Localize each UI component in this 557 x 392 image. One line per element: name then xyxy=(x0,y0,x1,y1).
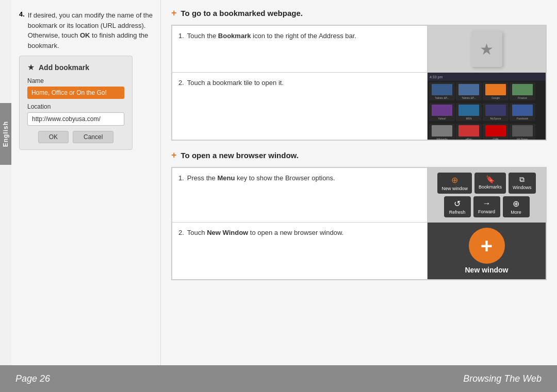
footer-bar: Page 26 Browsing The Web xyxy=(0,365,557,392)
bm-tablets2[interactable]: Tablets &P... xyxy=(456,82,482,100)
footer-page: Page 26 xyxy=(15,373,50,384)
forward-btn[interactable]: → Forward xyxy=(473,196,500,217)
section2-steps: 1. Press the Menu key to show the Browse… xyxy=(171,167,547,280)
step4-num: 2. xyxy=(178,228,184,274)
sidebar-label: English xyxy=(2,121,9,147)
step4-text: If desired, you can modify the name of t… xyxy=(28,10,153,50)
bookmark-star-large-icon: ★ xyxy=(480,40,494,58)
dialog-title: Add bookmark xyxy=(39,63,89,72)
bm-tablets1[interactable]: Tablets &P... xyxy=(429,82,455,100)
bm-myspace[interactable]: MySpace xyxy=(483,103,509,121)
more-icon: ⊕ xyxy=(513,199,519,209)
left-panel: 4. If desired, you can modify the name o… xyxy=(11,0,161,365)
bookmarks-label: Bookmarks xyxy=(479,184,502,190)
step4-container: 4. If desired, you can modify the name o… xyxy=(19,10,153,50)
step1-image: ★ xyxy=(427,26,546,72)
forward-icon: → xyxy=(483,199,491,208)
bm-row1: Tablets &P... Tablets &P... Google Finan… xyxy=(429,82,544,100)
refresh-label: Refresh xyxy=(449,210,466,215)
new-window-label: New window xyxy=(441,186,468,191)
step4-row: 2. Touch New Win­dow to open a new brows… xyxy=(172,223,546,280)
options-row1: ⊕ New window 🔖 Bookmarks ⧉ Windows xyxy=(437,173,535,194)
name-label: Name xyxy=(27,77,124,84)
step3-text: Press the Menu key to show the Browser o… xyxy=(187,173,335,217)
name-input[interactable]: Home, Office or On the Go! xyxy=(27,87,124,99)
bm-facebook[interactable]: Facebook xyxy=(510,103,535,121)
location-label: Location xyxy=(27,103,124,110)
new-window-text: New window xyxy=(465,266,509,274)
bm-google[interactable]: Google xyxy=(483,82,509,100)
step1-text: Touch the Book­mark icon to the right of… xyxy=(187,31,356,67)
refresh-icon: ↺ xyxy=(454,199,461,209)
step2-num: 2. xyxy=(178,78,184,134)
bm-nytimes[interactable]: NY Times xyxy=(510,124,535,140)
step2-image: 4:33 pm Tablets &P... Tablets &P... Goog… xyxy=(427,73,546,140)
section2-title: To open a new browser window. xyxy=(181,151,299,160)
step4-image: + New window xyxy=(427,223,546,279)
step4-cell: 2. Touch New Win­dow to open a new brows… xyxy=(172,223,427,279)
windows-icon: ⧉ xyxy=(519,175,525,184)
step2-cell: 2. Touch a bookmark tile to open it. xyxy=(172,73,427,140)
section1-steps: 1. Touch the Book­mark icon to the right… xyxy=(171,25,547,141)
step4-text: Touch New Win­dow to open a new browser … xyxy=(187,228,343,274)
bookmark-icon-inner: ★ xyxy=(471,31,502,67)
step1-cell: 1. Touch the Book­mark icon to the right… xyxy=(172,26,427,72)
step3-row: 1. Press the Menu key to show the Browse… xyxy=(172,167,546,223)
sidebar-tab: English xyxy=(0,103,11,165)
bm-wiki[interactable]: Wikipedia xyxy=(429,124,455,140)
more-label: More xyxy=(511,210,521,215)
more-btn[interactable]: ⊕ More xyxy=(503,196,530,217)
bm-msn[interactable]: MSN xyxy=(456,103,482,121)
browser-topbar: 4:33 pm xyxy=(428,73,546,81)
add-bookmark-dialog: ★ Add bookmark Name Home, Office or On t… xyxy=(19,56,133,150)
bm-cnn[interactable]: CNN xyxy=(483,124,509,140)
main-content: 4. If desired, you can modify the name o… xyxy=(11,0,557,365)
step1-row: 1. Touch the Book­mark icon to the right… xyxy=(172,25,546,73)
bookmarks-screenshot: 4:33 pm Tablets &P... Tablets &P... Goog… xyxy=(428,73,546,140)
step2-text: Touch a bookmark tile to open it. xyxy=(187,78,284,134)
step2-row: 2. Touch a bookmark tile to open it. 4:3… xyxy=(172,73,546,140)
bookmarks-icon: 🔖 xyxy=(486,175,495,183)
windows-btn[interactable]: ⧉ Windows xyxy=(509,173,536,194)
section1-plus: + xyxy=(171,8,177,19)
browser-options-mockup: ⊕ New window 🔖 Bookmarks ⧉ Windows xyxy=(428,168,546,222)
new-window-icon: ⊕ xyxy=(451,175,458,185)
dialog-title-row: ★ Add bookmark xyxy=(27,62,124,72)
footer-title: Browsing The Web xyxy=(463,373,542,384)
new-window-plus-icon: + xyxy=(469,228,505,264)
step4-number: 4. xyxy=(19,10,25,18)
dialog-buttons: OK Cancel xyxy=(27,131,124,143)
right-panel: + To go to a bookmarked webpage. 1. Touc… xyxy=(161,0,557,365)
bm-yahoo[interactable]: Yahoo! xyxy=(429,103,455,121)
forward-label: Forward xyxy=(478,209,495,214)
step1-num: 1. xyxy=(178,31,184,67)
step3-image: ⊕ New window 🔖 Bookmarks ⧉ Windows xyxy=(427,168,546,222)
section2-header: + To open a new browser window. xyxy=(171,150,547,161)
bookmark-icon-img: ★ xyxy=(428,26,546,72)
new-window-btn[interactable]: ⊕ New window xyxy=(437,173,472,194)
browser-time: 4:33 pm xyxy=(430,75,443,79)
refresh-btn[interactable]: ↺ Refresh xyxy=(444,196,471,217)
section1-header: + To go to a bookmarked webpage. xyxy=(171,8,547,19)
new-window-mockup: + New window xyxy=(428,223,546,279)
step3-cell: 1. Press the Menu key to show the Browse… xyxy=(172,168,427,222)
step3-num: 1. xyxy=(178,173,184,217)
bookmark-star-icon: ★ xyxy=(27,62,35,72)
bm-row3: Wikipedia eBay CNN NY Times xyxy=(429,124,544,140)
windows-label: Windows xyxy=(513,185,532,190)
section1-title: To go to a bookmarked webpage. xyxy=(181,9,303,18)
location-input[interactable]: http://www.cobyusa.com/ xyxy=(27,112,124,126)
section2-plus: + xyxy=(171,150,177,161)
bm-row2: Yahoo! MSN MySpace Facebook xyxy=(429,103,544,121)
bookmarks-btn[interactable]: 🔖 Bookmarks xyxy=(474,173,506,194)
bm-finance[interactable]: Finance xyxy=(510,82,535,100)
options-row2: ↺ Refresh → Forward ⊕ More xyxy=(444,196,530,217)
cancel-button[interactable]: Cancel xyxy=(73,131,113,143)
bookmarks-grid: Tablets &P... Tablets &P... Google Finan… xyxy=(428,81,546,140)
bm-ebay[interactable]: eBay xyxy=(456,124,482,140)
ok-button[interactable]: OK xyxy=(38,131,69,143)
